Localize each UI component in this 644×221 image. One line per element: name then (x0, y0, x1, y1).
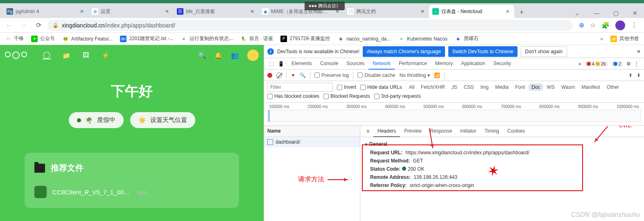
profile-avatar[interactable] (615, 20, 625, 30)
meeting-overlay[interactable]: ●●● 腾讯会议》 (305, 2, 345, 10)
devtools-tab-security[interactable]: Security (489, 58, 515, 70)
browser-tab[interactable]: ⚙设置✕ (88, 5, 174, 18)
settings-gear-icon[interactable]: ⚙ (626, 61, 631, 67)
photos-icon[interactable]: 🖼 (82, 51, 90, 59)
filter-chip-wasm[interactable]: Wasm (558, 83, 578, 91)
filter-chip-js[interactable]: JS (449, 83, 460, 91)
weather-pill[interactable]: ☀️ 设置天气位置 (130, 112, 195, 128)
request-row[interactable]: dashboard/ (264, 137, 360, 147)
banner-close-icon[interactable]: ✕ (637, 49, 641, 54)
invert-checkbox[interactable]: Invert (337, 84, 356, 90)
bookmark-item[interactable]: ⎈运行复制的有状态... (181, 35, 233, 42)
filter-icon[interactable]: ▼ (291, 72, 296, 78)
bookmark-item[interactable]: ao2201随堂笔记.txt -... (120, 35, 173, 42)
bookmarks-overflow-icon[interactable]: » (600, 36, 603, 42)
detail-tab-response[interactable]: Response (426, 126, 456, 137)
devtools-tab-memory[interactable]: Memory (431, 58, 457, 70)
detail-tab-cookies[interactable]: Cookies (503, 126, 529, 137)
clear-icon[interactable] (276, 72, 282, 78)
bookmark-item[interactable]: ◉nacos_naming_da... (337, 35, 391, 42)
contacts-icon[interactable]: 👥 (231, 51, 239, 59)
bookmark-item[interactable]: 🦜前言 · 语雀 (240, 35, 273, 42)
filter-chip-media[interactable]: Media (492, 83, 511, 91)
filter-input[interactable] (267, 83, 333, 92)
banner-dismiss-button[interactable]: Don't show again (521, 46, 567, 57)
tab-close-icon[interactable]: ✕ (419, 8, 426, 15)
file-row[interactable]: CCBClient_R_V5_7_1_00… .apk (34, 186, 229, 198)
bookmark-item[interactable]: ∞Kubernetes Nacos (398, 35, 447, 42)
detail-tab-preview[interactable]: Preview (400, 126, 426, 137)
devtools-menu-icon[interactable]: ⋮ (634, 61, 639, 67)
wifi-icon[interactable]: 📶 (434, 72, 440, 78)
upload-icon[interactable]: ⬆ (628, 72, 633, 78)
files-icon[interactable]: 📁 (62, 51, 70, 59)
window-maximize-icon[interactable]: ▢ (610, 8, 622, 18)
throttling-select[interactable]: No throttling ▾ (400, 72, 430, 78)
devtools-tab-sources[interactable]: Sources (342, 58, 368, 70)
browser-tab[interactable]: ○仪表盘 - Nextcloud✕ (429, 5, 514, 18)
bookmark-star-icon[interactable]: ☆ (590, 21, 596, 29)
url-input[interactable]: 🔒 xingdiancloud.cn/index.php/apps/dashbo… (47, 20, 572, 31)
devtools-tab-elements[interactable]: Elements (287, 58, 316, 70)
bookmark-item[interactable]: ✦公众号 (31, 35, 55, 42)
network-timeline[interactable]: 100000 ms200000 ms300000 ms400000 ms5000… (264, 103, 644, 126)
filter-chip-fetch-xhr[interactable]: Fetch/XHR (418, 83, 448, 91)
filter-chip-other[interactable]: Other (604, 83, 622, 91)
search-icon[interactable]: 🔍 (300, 72, 306, 78)
bookmark-item[interactable]: ◆黑曜石 (455, 35, 479, 42)
tabs-overflow-icon[interactable]: » (578, 61, 581, 67)
window-close-icon[interactable]: ✕ (629, 8, 641, 18)
general-section-header[interactable]: General (364, 140, 640, 149)
browser-tab[interactable]: 📄腾讯文档✕ (344, 5, 429, 18)
hide-data-checkbox[interactable]: Hide data URLs (360, 84, 402, 90)
nav-reload-icon[interactable]: ⟳ (33, 20, 44, 31)
preserve-log-checkbox[interactable]: Preserve log (314, 72, 349, 78)
detail-tab-timing[interactable]: Timing (480, 126, 503, 137)
blocked-cookies-checkbox[interactable]: Has blocked cookies (267, 93, 319, 99)
devtools-tab-application[interactable]: Application (457, 58, 489, 70)
bookmark-item[interactable]: □千锋 (5, 35, 24, 42)
browser-tab[interactable]: 百bfe_百度搜索✕ (174, 5, 259, 18)
devtools-tab-console[interactable]: Console (316, 58, 342, 70)
record-icon[interactable] (267, 73, 272, 78)
tab-close-icon[interactable]: ✕ (164, 8, 170, 15)
tab-close-icon[interactable]: ✕ (504, 8, 511, 15)
status-pill[interactable]: 🌴 度假中 (69, 112, 124, 128)
filter-chip-manifest[interactable]: Manifest (578, 83, 603, 91)
window-minimize-icon[interactable]: — (590, 8, 603, 18)
detail-close-icon[interactable]: ✕ (363, 129, 373, 134)
filter-chip-font[interactable]: Font (512, 83, 528, 91)
tab-close-icon[interactable]: ✕ (79, 8, 85, 15)
translate-icon[interactable]: ⊕ (579, 21, 584, 29)
name-column-header[interactable]: Name (264, 126, 360, 137)
new-tab-button[interactable]: + (516, 7, 527, 18)
other-bookmarks-button[interactable]: 📁 其他书签 (610, 35, 639, 42)
nextcloud-logo-icon[interactable] (5, 52, 27, 59)
filter-chip-img[interactable]: Img (477, 83, 491, 91)
errors-badge[interactable]: 4 26 (585, 61, 608, 67)
third-party-checkbox[interactable]: 3rd-party requests (374, 93, 421, 99)
filter-chip-all[interactable]: All (406, 83, 417, 91)
nav-back-icon[interactable]: ← (3, 20, 15, 31)
devtools-tab-network[interactable]: Network (368, 58, 395, 70)
activity-icon[interactable]: ⚡ (102, 51, 110, 59)
detail-tab-initiator[interactable]: Initiator (456, 126, 480, 137)
download-icon[interactable]: ⬇ (637, 72, 641, 78)
filter-chip-css[interactable]: CSS (461, 83, 477, 91)
search-icon[interactable]: 🔍 (198, 51, 206, 59)
banner-switch-button[interactable]: Switch DevTools to Chinese (448, 46, 517, 57)
bookmark-item[interactable]: 🐸Artifactory Featur... (62, 35, 113, 42)
extension-puzzle-icon[interactable]: 🧩 (601, 21, 610, 29)
tab-close-icon[interactable]: ✕ (249, 8, 255, 15)
detail-tab-headers[interactable]: Headers (373, 126, 400, 137)
nav-forward-icon[interactable]: → (18, 20, 29, 31)
banner-match-button[interactable]: Always match Chrome's language (363, 46, 445, 57)
devtools-tab-performance[interactable]: Performance (395, 58, 431, 70)
device-toggle-icon[interactable]: 📱 (276, 61, 285, 67)
user-avatar[interactable] (247, 50, 259, 61)
blocked-requests-checkbox[interactable]: Blocked Requests (323, 93, 370, 99)
filter-chip-ws[interactable]: WS (544, 83, 558, 91)
inspect-icon[interactable]: ⬚ (267, 61, 276, 67)
notifications-icon[interactable]: 🔔 (215, 51, 223, 59)
window-dropdown-icon[interactable]: ⌄ (572, 8, 583, 18)
